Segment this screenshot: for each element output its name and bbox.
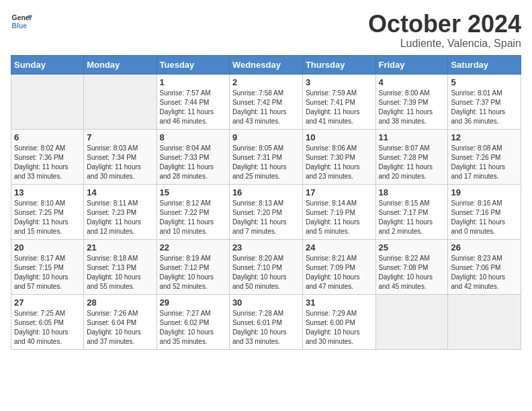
- cell-info-text: Sunrise: 8:12 AM Sunset: 7:22 PM Dayligh…: [160, 199, 226, 236]
- calendar-cell: 9Sunrise: 8:05 AM Sunset: 7:31 PM Daylig…: [229, 129, 302, 184]
- cell-date-number: 2: [232, 77, 300, 87]
- calendar-cell: 24Sunrise: 8:21 AM Sunset: 7:09 PM Dayli…: [302, 239, 375, 294]
- cell-info-text: Sunrise: 8:22 AM Sunset: 7:08 PM Dayligh…: [379, 254, 445, 291]
- cell-date-number: 9: [232, 132, 300, 142]
- calendar-cell: 20Sunrise: 8:17 AM Sunset: 7:15 PM Dayli…: [11, 239, 84, 294]
- cell-info-text: Sunrise: 8:02 AM Sunset: 7:36 PM Dayligh…: [14, 144, 81, 181]
- cell-date-number: 1: [160, 77, 226, 87]
- cell-info-text: Sunrise: 8:11 AM Sunset: 7:23 PM Dayligh…: [87, 199, 153, 236]
- calendar-cell: 30Sunrise: 7:28 AM Sunset: 6:01 PM Dayli…: [229, 294, 302, 349]
- calendar-cell: 23Sunrise: 8:20 AM Sunset: 7:10 PM Dayli…: [229, 239, 302, 294]
- cell-date-number: 21: [87, 242, 153, 253]
- calendar-cell: 29Sunrise: 7:27 AM Sunset: 6:02 PM Dayli…: [157, 294, 229, 349]
- calendar-cell: 8Sunrise: 8:04 AM Sunset: 7:33 PM Daylig…: [157, 129, 229, 184]
- cell-date-number: 14: [87, 187, 153, 197]
- cell-date-number: 10: [306, 132, 373, 142]
- cell-info-text: Sunrise: 8:03 AM Sunset: 7:34 PM Dayligh…: [87, 144, 153, 181]
- col-sunday: Sunday: [11, 55, 84, 74]
- col-tuesday: Tuesday: [157, 55, 229, 74]
- cell-info-text: Sunrise: 7:58 AM Sunset: 7:42 PM Dayligh…: [232, 89, 300, 126]
- cell-info-text: Sunrise: 8:10 AM Sunset: 7:25 PM Dayligh…: [14, 199, 81, 236]
- col-thursday: Thursday: [302, 55, 375, 74]
- cell-date-number: 30: [232, 298, 300, 308]
- calendar-cell: 15Sunrise: 8:12 AM Sunset: 7:22 PM Dayli…: [157, 184, 229, 239]
- calendar-cell: 18Sunrise: 8:15 AM Sunset: 7:17 PM Dayli…: [375, 184, 448, 239]
- cell-date-number: 13: [14, 187, 81, 197]
- calendar-cell: 14Sunrise: 8:11 AM Sunset: 7:23 PM Dayli…: [84, 184, 157, 239]
- logo: General Blue: [11, 11, 32, 32]
- cell-info-text: Sunrise: 8:05 AM Sunset: 7:31 PM Dayligh…: [232, 144, 300, 181]
- cell-info-text: Sunrise: 7:26 AM Sunset: 6:04 PM Dayligh…: [87, 309, 153, 347]
- calendar-week-row: 13Sunrise: 8:10 AM Sunset: 7:25 PM Dayli…: [11, 184, 521, 239]
- calendar-cell: 25Sunrise: 8:22 AM Sunset: 7:08 PM Dayli…: [375, 239, 448, 294]
- cell-date-number: 11: [379, 132, 445, 142]
- calendar-header-row: Sunday Monday Tuesday Wednesday Thursday…: [11, 55, 521, 74]
- cell-date-number: 4: [379, 77, 445, 87]
- cell-info-text: Sunrise: 8:16 AM Sunset: 7:16 PM Dayligh…: [451, 199, 518, 236]
- cell-info-text: Sunrise: 8:15 AM Sunset: 7:17 PM Dayligh…: [379, 199, 445, 236]
- cell-info-text: Sunrise: 7:27 AM Sunset: 6:02 PM Dayligh…: [160, 309, 226, 347]
- cell-info-text: Sunrise: 8:13 AM Sunset: 7:20 PM Dayligh…: [232, 199, 300, 236]
- calendar-week-row: 6Sunrise: 8:02 AM Sunset: 7:36 PM Daylig…: [11, 129, 521, 184]
- cell-date-number: 3: [306, 77, 373, 87]
- cell-info-text: Sunrise: 8:07 AM Sunset: 7:28 PM Dayligh…: [379, 144, 445, 181]
- cell-info-text: Sunrise: 7:59 AM Sunset: 7:41 PM Dayligh…: [306, 89, 373, 126]
- calendar-week-row: 27Sunrise: 7:25 AM Sunset: 6:05 PM Dayli…: [11, 294, 521, 349]
- calendar-cell: 26Sunrise: 8:23 AM Sunset: 7:06 PM Dayli…: [448, 239, 521, 294]
- cell-date-number: 18: [379, 187, 445, 197]
- calendar-cell: [84, 74, 157, 129]
- calendar-table: Sunday Monday Tuesday Wednesday Thursday…: [11, 55, 521, 350]
- cell-date-number: 27: [14, 298, 81, 308]
- calendar-cell: [375, 294, 448, 349]
- cell-date-number: 28: [87, 298, 153, 308]
- cell-date-number: 15: [160, 187, 226, 197]
- calendar-cell: 12Sunrise: 8:08 AM Sunset: 7:26 PM Dayli…: [448, 129, 521, 184]
- cell-info-text: Sunrise: 7:57 AM Sunset: 7:44 PM Dayligh…: [160, 89, 226, 126]
- calendar-body: 1Sunrise: 7:57 AM Sunset: 7:44 PM Daylig…: [11, 74, 521, 349]
- cell-date-number: 26: [451, 242, 518, 253]
- cell-info-text: Sunrise: 8:08 AM Sunset: 7:26 PM Dayligh…: [451, 144, 518, 181]
- cell-date-number: 23: [232, 242, 300, 253]
- calendar-cell: 28Sunrise: 7:26 AM Sunset: 6:04 PM Dayli…: [84, 294, 157, 349]
- calendar-cell: 6Sunrise: 8:02 AM Sunset: 7:36 PM Daylig…: [11, 129, 84, 184]
- calendar-cell: [448, 294, 521, 349]
- cell-info-text: Sunrise: 7:29 AM Sunset: 6:00 PM Dayligh…: [306, 309, 373, 347]
- calendar-title: October 2024: [368, 11, 521, 38]
- logo-icon: General Blue: [11, 11, 32, 32]
- col-friday: Friday: [375, 55, 448, 74]
- calendar-week-row: 1Sunrise: 7:57 AM Sunset: 7:44 PM Daylig…: [11, 74, 521, 129]
- page-header: General Blue October 2024 Ludiente, Vale…: [11, 11, 521, 50]
- cell-date-number: 24: [306, 242, 373, 253]
- cell-info-text: Sunrise: 8:23 AM Sunset: 7:06 PM Dayligh…: [451, 254, 518, 291]
- col-monday: Monday: [84, 55, 157, 74]
- cell-date-number: 7: [87, 132, 153, 142]
- calendar-cell: 11Sunrise: 8:07 AM Sunset: 7:28 PM Dayli…: [375, 129, 448, 184]
- cell-date-number: 12: [451, 132, 518, 142]
- cell-date-number: 31: [306, 298, 373, 308]
- calendar-cell: 5Sunrise: 8:01 AM Sunset: 7:37 PM Daylig…: [448, 74, 521, 129]
- cell-date-number: 8: [160, 132, 226, 142]
- calendar-cell: 13Sunrise: 8:10 AM Sunset: 7:25 PM Dayli…: [11, 184, 84, 239]
- calendar-cell: 16Sunrise: 8:13 AM Sunset: 7:20 PM Dayli…: [229, 184, 302, 239]
- col-wednesday: Wednesday: [229, 55, 302, 74]
- cell-info-text: Sunrise: 8:06 AM Sunset: 7:30 PM Dayligh…: [306, 144, 373, 181]
- col-saturday: Saturday: [448, 55, 521, 74]
- cell-date-number: 19: [451, 187, 518, 197]
- calendar-cell: 3Sunrise: 7:59 AM Sunset: 7:41 PM Daylig…: [302, 74, 375, 129]
- calendar-cell: 10Sunrise: 8:06 AM Sunset: 7:30 PM Dayli…: [302, 129, 375, 184]
- cell-info-text: Sunrise: 8:01 AM Sunset: 7:37 PM Dayligh…: [451, 89, 518, 126]
- cell-info-text: Sunrise: 8:21 AM Sunset: 7:09 PM Dayligh…: [306, 254, 373, 291]
- calendar-cell: [11, 74, 84, 129]
- calendar-cell: 22Sunrise: 8:19 AM Sunset: 7:12 PM Dayli…: [157, 239, 229, 294]
- cell-info-text: Sunrise: 7:28 AM Sunset: 6:01 PM Dayligh…: [232, 309, 300, 347]
- cell-info-text: Sunrise: 8:17 AM Sunset: 7:15 PM Dayligh…: [14, 254, 81, 291]
- cell-info-text: Sunrise: 8:20 AM Sunset: 7:10 PM Dayligh…: [232, 254, 300, 291]
- calendar-cell: 2Sunrise: 7:58 AM Sunset: 7:42 PM Daylig…: [229, 74, 302, 129]
- cell-date-number: 29: [160, 298, 226, 308]
- cell-info-text: Sunrise: 8:04 AM Sunset: 7:33 PM Dayligh…: [160, 144, 226, 181]
- calendar-cell: 4Sunrise: 8:00 AM Sunset: 7:39 PM Daylig…: [375, 74, 448, 129]
- cell-info-text: Sunrise: 7:25 AM Sunset: 6:05 PM Dayligh…: [14, 309, 81, 347]
- cell-date-number: 5: [451, 77, 518, 87]
- cell-info-text: Sunrise: 8:19 AM Sunset: 7:12 PM Dayligh…: [160, 254, 226, 291]
- cell-date-number: 6: [14, 132, 81, 142]
